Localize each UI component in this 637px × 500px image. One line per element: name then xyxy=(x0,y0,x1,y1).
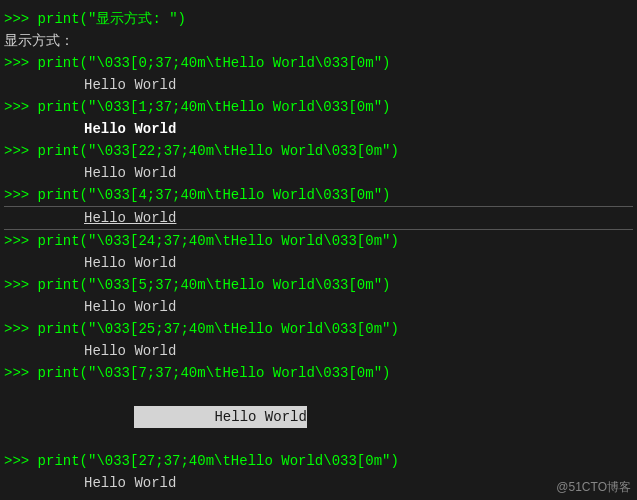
terminal-line: Hello World xyxy=(4,118,633,140)
prompt: >>> xyxy=(4,184,38,206)
code-text: print("\033[4;37;40m\tHello World\033[0m… xyxy=(38,184,391,206)
terminal-line: >>> print("\033[24;37;40m\tHello World\0… xyxy=(4,230,633,252)
output-text: Hello World xyxy=(4,252,176,274)
terminal-line: >>> print("\033[22;37;40m\tHello World\0… xyxy=(4,140,633,162)
output-text: Hello World xyxy=(4,340,176,362)
prompt: >>> xyxy=(4,318,38,340)
terminal-line: Hello World xyxy=(4,162,633,184)
output-text: Hello World xyxy=(4,472,176,494)
terminal-line: >>> print("\033[27;37;40m\tHello World\0… xyxy=(4,450,633,472)
code-text: print("\033[7;37;40m\tHello World\033[0m… xyxy=(38,362,391,384)
terminal-line: >>> print("显示方式: ") xyxy=(4,8,633,30)
code-text: print("\033[24;37;40m\tHello World\033[0… xyxy=(38,230,399,252)
code-text: print("显示方式: ") xyxy=(38,8,186,30)
output-text-inverse: Hello World xyxy=(134,406,306,428)
terminal-line: Hello World xyxy=(4,340,633,362)
terminal-line: >>> print("\033[1;37;40m\tHello World\03… xyxy=(4,96,633,118)
output-wrapper: Hello World xyxy=(4,384,307,450)
terminal-line: Hello World xyxy=(4,74,633,96)
terminal-line: Hello World xyxy=(4,252,633,274)
code-text: print("\033[25;37;40m\tHello World\033[0… xyxy=(38,318,399,340)
prompt: >>> xyxy=(4,230,38,252)
code-text: print("\033[1;37;40m\tHello World\033[0m… xyxy=(38,96,391,118)
terminal-line: Hello World xyxy=(4,296,633,318)
code-text: print("\033[22;37;40m\tHello World\033[0… xyxy=(38,140,399,162)
terminal-line: Hello World xyxy=(4,207,633,230)
terminal-line: >>> print("\033[4;37;40m\tHello World\03… xyxy=(4,184,633,207)
prompt: >>> xyxy=(4,96,38,118)
prompt: >>> xyxy=(4,362,38,384)
prompt: >>> xyxy=(4,140,38,162)
watermark-label: @51CTO博客 xyxy=(556,479,631,496)
output-text: Hello World xyxy=(4,162,176,184)
code-text: print("\033[0;37;40m\tHello World\033[0m… xyxy=(38,52,391,74)
terminal-line: >>> print("\033[7;37;40m\tHello World\03… xyxy=(4,362,633,384)
prompt: >>> xyxy=(4,450,38,472)
terminal-window: >>> print("显示方式: ") 显示方式： >>> print("\03… xyxy=(0,0,637,500)
terminal-line: Hello World xyxy=(4,472,633,494)
prompt: >>> xyxy=(4,274,38,296)
prompt: >>> xyxy=(4,8,38,30)
terminal-line: >>> print("\033[25;37;40m\tHello World\0… xyxy=(4,318,633,340)
terminal-line: Hello World xyxy=(4,384,633,450)
output-text: Hello World xyxy=(4,74,176,96)
code-text: print("\033[27;37;40m\tHello World\033[0… xyxy=(38,450,399,472)
output-text-underline: Hello World xyxy=(4,207,176,229)
terminal-line: >>> print("\033[0;37;40m\tHello World\03… xyxy=(4,52,633,74)
terminal-line: >>> print("\033[5;37;40m\tHello World\03… xyxy=(4,274,633,296)
prompt: >>> xyxy=(4,52,38,74)
terminal-line: 显示方式： xyxy=(4,30,633,52)
output-text-bold: Hello World xyxy=(4,118,176,140)
output-text: Hello World xyxy=(4,296,176,318)
code-text: print("\033[5;37;40m\tHello World\033[0m… xyxy=(38,274,391,296)
output-text: 显示方式： xyxy=(4,30,74,52)
